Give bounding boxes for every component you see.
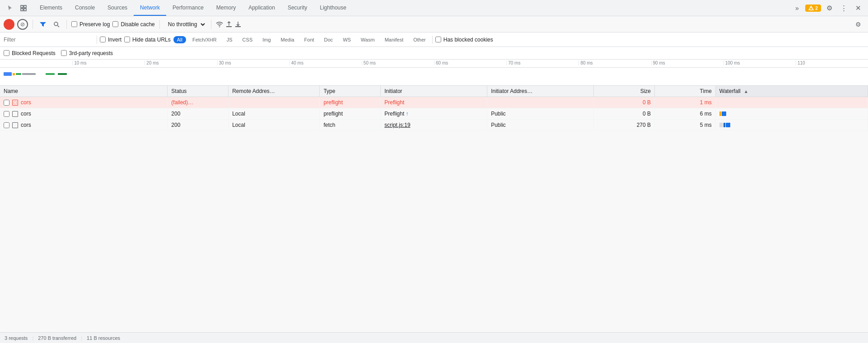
- tab-security[interactable]: Security: [281, 0, 313, 16]
- status-bar: 3 requests | 270 B transferred | 11 B re…: [0, 332, 868, 343]
- has-blocked-cookies-checkbox[interactable]: [435, 37, 441, 42]
- cell-time-3: 5 ms: [654, 120, 715, 131]
- issue-badge-button[interactable]: 2: [805, 5, 821, 12]
- blocked-requests-label[interactable]: Blocked Requests: [4, 50, 56, 56]
- cell-remote-1: [229, 97, 320, 108]
- col-name[interactable]: Name: [0, 86, 168, 97]
- cursor-icon[interactable]: [4, 2, 16, 14]
- col-type[interactable]: Type: [320, 86, 381, 97]
- col-size[interactable]: Size: [594, 86, 655, 97]
- preserve-log-checkbox[interactable]: [71, 21, 77, 27]
- tab-memory[interactable]: Memory: [210, 0, 242, 16]
- tab-sources[interactable]: Sources: [101, 0, 134, 16]
- hide-data-urls-label[interactable]: Hide data URLs: [124, 37, 171, 43]
- filter-input[interactable]: [4, 37, 94, 43]
- cell-initiator-addr-3: Public: [487, 120, 594, 131]
- tab-application[interactable]: Application: [242, 0, 281, 16]
- preserve-log-label[interactable]: Preserve log: [71, 21, 110, 28]
- name-text-2[interactable]: cors: [21, 111, 31, 117]
- network-table-section: Name Status Remote Addres… Type Initiato…: [0, 86, 868, 332]
- filter-icon[interactable]: [37, 19, 48, 30]
- cell-initiator-addr-1: [487, 97, 594, 108]
- cell-time-2: 6 ms: [654, 108, 715, 120]
- normal-icon-3: [12, 122, 18, 128]
- tab-bar: Elements Console Sources Network Perform…: [0, 0, 868, 16]
- col-remote-address[interactable]: Remote Addres…: [229, 86, 320, 97]
- wf-bar-3-3: [726, 123, 730, 127]
- cell-name-2: cors: [0, 108, 168, 120]
- settings-button[interactable]: ⚙: [823, 2, 835, 14]
- chip-wasm[interactable]: Wasm: [357, 36, 378, 43]
- hide-data-urls-checkbox[interactable]: [124, 37, 130, 42]
- cell-waterfall-1: [715, 97, 868, 108]
- ruler-mark-8: 80 ms: [579, 60, 651, 65]
- wf-bar-3-1: [719, 123, 723, 127]
- col-initiator-address[interactable]: Initiator Addres…: [487, 86, 594, 97]
- more-tabs-button[interactable]: »: [791, 2, 803, 14]
- clear-button[interactable]: ⊘: [17, 19, 28, 30]
- invert-label[interactable]: Invert: [100, 37, 121, 43]
- chip-img[interactable]: Img: [259, 36, 274, 43]
- chip-css[interactable]: CSS: [239, 36, 257, 43]
- chip-other[interactable]: Other: [410, 36, 429, 43]
- tab-performance[interactable]: Performance: [166, 0, 210, 16]
- third-party-label[interactable]: 3rd-party requests: [61, 50, 113, 56]
- wifi-icon: [216, 21, 223, 28]
- cell-name-3: cors: [0, 120, 168, 131]
- col-initiator[interactable]: Initiator: [381, 86, 487, 97]
- chip-doc[interactable]: Doc: [321, 36, 337, 43]
- table-body: □ cors (failed)… preflight Preflight 0 B…: [0, 97, 868, 131]
- invert-checkbox[interactable]: [100, 37, 106, 42]
- inspect-icon[interactable]: [17, 2, 30, 14]
- network-settings-icon[interactable]: ⚙: [852, 18, 864, 31]
- blocked-requests-checkbox[interactable]: [4, 50, 9, 56]
- svg-line-5: [58, 25, 60, 27]
- name-text-1[interactable]: cors: [21, 99, 31, 106]
- cell-time-1: 1 ms: [654, 97, 715, 108]
- chip-js[interactable]: JS: [223, 36, 236, 43]
- throttle-select[interactable]: No throttling: [164, 20, 206, 29]
- svg-rect-3: [24, 9, 26, 11]
- has-blocked-cookies-label[interactable]: Has blocked cookies: [435, 37, 493, 43]
- more-options-button[interactable]: ⋮: [837, 2, 850, 14]
- search-icon[interactable]: [51, 19, 62, 30]
- cell-waterfall-3: [715, 120, 868, 131]
- download-icon: [235, 21, 241, 28]
- chip-manifest[interactable]: Manifest: [381, 36, 407, 43]
- ruler-mark-2: 20 ms: [145, 60, 217, 65]
- col-time[interactable]: Time: [654, 86, 715, 97]
- separator-4: [211, 20, 211, 29]
- chip-ws[interactable]: WS: [339, 36, 355, 43]
- col-status[interactable]: Status: [168, 86, 229, 97]
- tab-network[interactable]: Network: [134, 0, 166, 16]
- tab-elements[interactable]: Elements: [33, 0, 69, 16]
- chip-media[interactable]: Media: [277, 36, 298, 43]
- row-checkbox-3[interactable]: [4, 122, 9, 128]
- chip-fetch-xhr[interactable]: Fetch/XHR: [189, 36, 220, 43]
- cell-initiator-3: script.js:19: [381, 120, 487, 131]
- row-checkbox-1[interactable]: [4, 100, 9, 106]
- disable-cache-checkbox[interactable]: [112, 21, 118, 27]
- ruler-mark-11: 110: [796, 60, 868, 65]
- chip-all[interactable]: All: [173, 36, 186, 43]
- record-button[interactable]: [4, 19, 14, 30]
- table-row: cors 200 Local fetch script.js:19 Public…: [0, 120, 868, 131]
- col-waterfall[interactable]: Waterfall ▲: [715, 86, 868, 97]
- chip-font[interactable]: Font: [301, 36, 318, 43]
- svg-point-4: [54, 22, 58, 26]
- transferred-size: 270 B transferred: [38, 335, 76, 341]
- normal-icon-2: [12, 111, 18, 117]
- tab-console[interactable]: Console: [69, 0, 101, 16]
- tab-lighthouse[interactable]: Lighthouse: [313, 0, 353, 16]
- close-button[interactable]: ✕: [852, 2, 864, 14]
- name-text-3[interactable]: cors: [21, 122, 31, 128]
- status-sep-1: |: [32, 335, 33, 341]
- cell-remote-2: Local: [229, 108, 320, 120]
- disable-cache-label[interactable]: Disable cache: [112, 21, 154, 28]
- ruler-mark-9: 90 ms: [651, 60, 723, 65]
- row-checkbox-2[interactable]: [4, 111, 9, 117]
- third-party-checkbox[interactable]: [61, 50, 67, 56]
- initiator-link-3[interactable]: script.js:19: [384, 122, 410, 128]
- cell-status-2: 200: [168, 108, 229, 120]
- timeline-ruler: 10 ms 20 ms 30 ms 40 ms 50 ms 60 ms 70 m…: [0, 60, 868, 68]
